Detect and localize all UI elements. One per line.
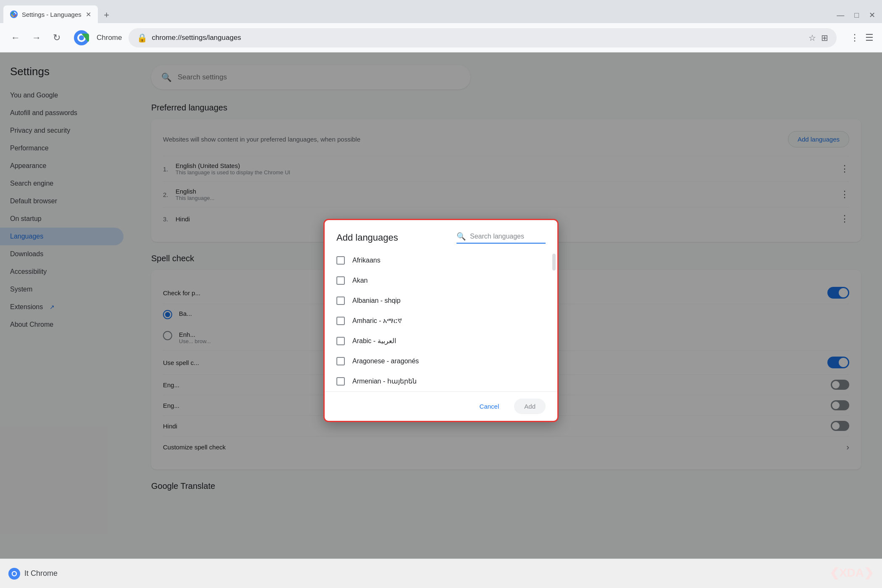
taskbar: It Chrome <box>0 559 882 588</box>
lock-icon: 🔒 <box>137 33 147 43</box>
reload-button[interactable]: ↻ <box>50 30 63 46</box>
taskbar-chrome-label: It Chrome <box>24 569 58 578</box>
lang-checkbox-akan[interactable] <box>336 276 345 285</box>
lang-option-arabic[interactable]: Arabic - العربية <box>336 331 546 351</box>
svg-point-0 <box>10 10 18 18</box>
close-button[interactable]: ✕ <box>866 9 879 21</box>
lang-checkbox-arabic[interactable] <box>336 337 345 345</box>
lang-option-albanian[interactable]: Albanian - shqip <box>336 291 546 311</box>
dialog-footer: Cancel Add <box>325 391 557 421</box>
cancel-button[interactable]: Cancel <box>470 399 509 414</box>
browser-content: Settings You and Google Autofill and pas… <box>0 52 882 588</box>
lang-option-armenian[interactable]: Armenian - հայերեն <box>336 371 546 391</box>
tab-bar: Settings - Languages ✕ + — □ ✕ <box>0 0 882 23</box>
lang-option-name-albanian: Albanian - shqip <box>352 297 401 304</box>
star-icon[interactable]: ☆ <box>808 33 816 43</box>
menu-icon[interactable]: ☰ <box>865 32 874 43</box>
window-controls: — □ ✕ <box>833 9 879 23</box>
lang-option-name-amharic: Amharic - አማርኛ <box>352 317 402 325</box>
extensions-icon[interactable]: ⋮ <box>850 32 859 43</box>
browser-frame: Settings - Languages ✕ + — □ ✕ ← → ↻ Chr… <box>0 0 882 588</box>
taskbar-chrome-item[interactable]: It Chrome <box>8 568 58 580</box>
address-bar-row: ← → ↻ Chrome 🔒 chrome://settings/languag… <box>0 23 882 52</box>
brand-label: Chrome <box>97 34 122 42</box>
lang-option-name-afrikaans: Afrikaans <box>352 257 381 264</box>
dialog-search: 🔍 <box>457 232 546 244</box>
dialog-overlay: Add languages 🔍 Afrikaans Akan <box>0 52 882 588</box>
lang-option-name-akan: Akan <box>352 277 368 284</box>
back-button[interactable]: ← <box>8 30 23 46</box>
forward-button[interactable]: → <box>29 30 44 46</box>
active-tab[interactable]: Settings - Languages ✕ <box>3 5 98 23</box>
chrome-logo <box>73 29 90 46</box>
dialog-search-icon: 🔍 <box>457 232 466 241</box>
lang-checkbox-amharic[interactable] <box>336 317 345 325</box>
address-bar-icons: ☆ ⊞ <box>808 33 828 43</box>
minimize-button[interactable]: — <box>833 9 848 21</box>
svg-point-3 <box>79 35 84 40</box>
lang-option-akan[interactable]: Akan <box>336 270 546 291</box>
browser-toolbar-icons: ⋮ ☰ <box>850 32 874 43</box>
dialog-header: Add languages 🔍 <box>325 220 557 250</box>
dialog-language-list: Afrikaans Akan Albanian - shqip Amharic … <box>325 250 557 391</box>
lang-option-aragonese[interactable]: Aragonese - aragonés <box>336 351 546 371</box>
tab-favicon <box>10 10 18 18</box>
add-button[interactable]: Add <box>514 399 546 414</box>
svg-point-6 <box>13 572 16 575</box>
lang-option-name-arabic: Arabic - العربية <box>352 337 396 345</box>
scrollbar <box>552 254 556 270</box>
tab-close-button[interactable]: ✕ <box>86 10 91 18</box>
lang-option-amharic[interactable]: Amharic - አማርኛ <box>336 311 546 331</box>
lang-option-name-armenian: Armenian - հայերեն <box>352 377 417 385</box>
dialog-title: Add languages <box>336 232 398 243</box>
lang-checkbox-aragonese[interactable] <box>336 357 345 365</box>
address-bar[interactable]: 🔒 chrome://settings/languages ☆ ⊞ <box>129 28 837 47</box>
tab-title: Settings - Languages <box>22 11 81 18</box>
lang-checkbox-armenian[interactable] <box>336 377 345 386</box>
lang-checkbox-afrikaans[interactable] <box>336 256 345 265</box>
lang-option-afrikaans[interactable]: Afrikaans <box>336 250 546 270</box>
new-tab-button[interactable]: + <box>100 8 114 22</box>
dialog-search-input[interactable] <box>470 233 546 240</box>
add-languages-dialog: Add languages 🔍 Afrikaans Akan <box>323 219 559 422</box>
url-text: chrome://settings/languages <box>152 34 241 42</box>
tab-search-icon[interactable]: ⊞ <box>821 33 828 43</box>
lang-checkbox-albanian[interactable] <box>336 297 345 305</box>
maximize-button[interactable]: □ <box>851 9 862 21</box>
lang-option-name-aragonese: Aragonese - aragonés <box>352 357 419 365</box>
